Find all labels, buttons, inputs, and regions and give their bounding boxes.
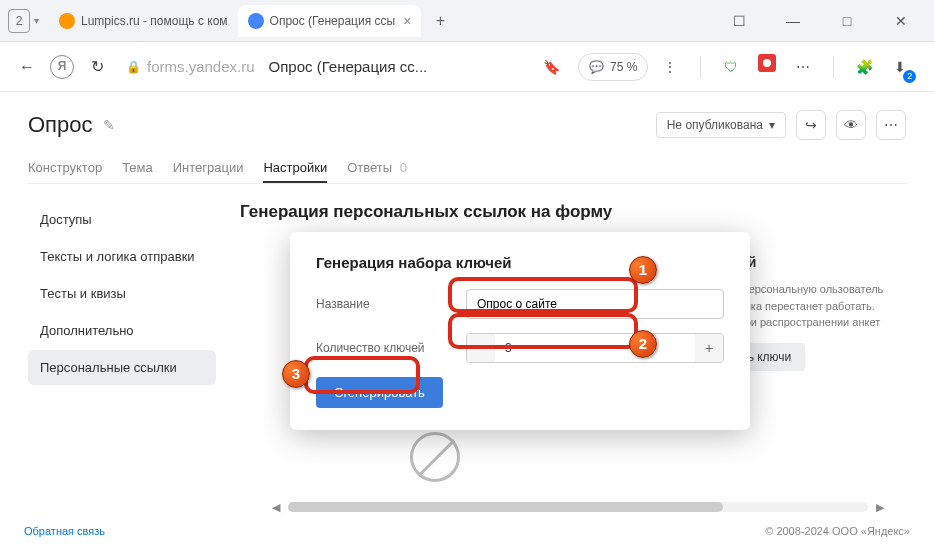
bookmark-icon[interactable]: 🔖 xyxy=(543,59,560,75)
address-field[interactable]: 🔒 forms.yandex.ru Опрос (Генерация сс...… xyxy=(120,49,560,85)
main-tabs: Конструктор Тема Интеграции Настройки От… xyxy=(28,154,906,184)
tab-label: Опрос (Генерация ссы xyxy=(270,14,396,28)
bookmark-bar-icon[interactable]: ☐ xyxy=(722,13,756,29)
tab-settings[interactable]: Настройки xyxy=(263,154,327,183)
separator xyxy=(700,56,701,78)
name-input[interactable] xyxy=(466,289,724,319)
browser-tab[interactable]: Lumpics.ru - помощь с ком xyxy=(49,5,238,37)
back-button[interactable]: ← xyxy=(12,52,42,82)
shield-icon[interactable]: 🛡 xyxy=(717,53,745,81)
close-window-icon[interactable]: ✕ xyxy=(884,13,918,29)
annotation-badge-1: 1 xyxy=(629,256,657,284)
section-title: Генерация персональных ссылок на форму xyxy=(240,202,906,222)
favicon-icon xyxy=(248,13,264,29)
scroll-right-icon[interactable]: ▶ xyxy=(876,501,884,514)
answers-count: 0 xyxy=(400,160,407,175)
tab-label: Lumpics.ru - помощь с ком xyxy=(81,14,228,28)
tab-constructor[interactable]: Конструктор xyxy=(28,154,102,183)
tab-answers[interactable]: Ответы 0 xyxy=(347,154,407,183)
copyright-text: © 2008-2024 ООО «Яндекс» xyxy=(765,525,910,537)
kebab-menu-icon[interactable]: ⋮ xyxy=(656,53,684,81)
edit-icon[interactable]: ✎ xyxy=(103,117,115,133)
page-footer: Обратная связь © 2008-2024 ООО «Яндекс» xyxy=(0,518,934,544)
zoom-value: 75 % xyxy=(610,60,637,74)
feedback-link[interactable]: Обратная связь xyxy=(24,525,105,537)
sidebar-item-personal-links[interactable]: Персональные ссылки xyxy=(28,350,216,385)
name-label: Название xyxy=(316,297,466,311)
annotation-badge-2: 2 xyxy=(629,330,657,358)
stepper-plus-button[interactable]: + xyxy=(695,334,723,362)
reload-button[interactable]: ↻ xyxy=(82,52,112,82)
generate-keys-modal: Генерация набора ключей Название Количес… xyxy=(290,232,750,430)
page-title: Опрос xyxy=(28,112,93,138)
modal-title: Генерация набора ключей xyxy=(316,254,724,271)
tab-integrations[interactable]: Интеграции xyxy=(173,154,244,183)
annotation-badge-3: 3 xyxy=(282,360,310,388)
share-icon[interactable]: ↪ xyxy=(796,110,826,140)
downloads-icon[interactable]: ⬇ xyxy=(886,53,914,81)
scroll-left-icon[interactable]: ◀ xyxy=(272,501,280,514)
url-domain: forms.yandex.ru xyxy=(147,58,255,75)
more-dots-icon[interactable]: ⋯ xyxy=(789,53,817,81)
close-icon[interactable]: × xyxy=(403,13,411,29)
quantity-stepper: − 3 + xyxy=(466,333,724,363)
yandex-home-icon[interactable]: Я xyxy=(50,55,74,79)
chevron-down-icon[interactable]: ▾ xyxy=(34,15,39,26)
favicon-icon xyxy=(59,13,75,29)
maximize-icon[interactable]: □ xyxy=(830,13,864,29)
eye-icon[interactable]: 👁 xyxy=(836,110,866,140)
comment-icon: 💬 xyxy=(589,60,604,74)
new-tab-button[interactable]: + xyxy=(427,8,453,34)
count-label: Количество ключей xyxy=(316,341,466,355)
zoom-indicator[interactable]: 💬 75 % xyxy=(578,53,648,81)
sidebar-item-additional[interactable]: Дополнительно xyxy=(28,313,216,348)
address-bar: ← Я ↻ 🔒 forms.yandex.ru Опрос (Генерация… xyxy=(0,42,934,92)
browser-titlebar: 2 ▾ Lumpics.ru - помощь с ком Опрос (Ген… xyxy=(0,0,934,42)
horizontal-scrollbar[interactable]: ◀ ▶ xyxy=(288,502,868,512)
prohibit-icon xyxy=(410,432,460,482)
settings-sidebar: Доступы Тексты и логика отправки Тесты и… xyxy=(28,202,216,502)
sidebar-item-texts[interactable]: Тексты и логика отправки xyxy=(28,239,216,274)
chevron-down-icon: ▾ xyxy=(769,118,775,132)
stepper-value[interactable]: 3 xyxy=(495,334,695,362)
minimize-icon[interactable]: — xyxy=(776,13,810,29)
extensions-icon[interactable]: 🧩 xyxy=(850,53,878,81)
publish-status-dropdown[interactable]: Не опубликована ▾ xyxy=(656,112,786,138)
tab-count-badge[interactable]: 2 xyxy=(8,9,30,33)
lock-icon: 🔒 xyxy=(126,60,141,74)
tab-answers-label: Ответы xyxy=(347,160,392,175)
sidebar-item-access[interactable]: Доступы xyxy=(28,202,216,237)
browser-tab-active[interactable]: Опрос (Генерация ссы × xyxy=(238,5,422,37)
more-icon[interactable]: ⋯ xyxy=(876,110,906,140)
separator xyxy=(833,56,834,78)
scrollbar-thumb[interactable] xyxy=(288,502,723,512)
publish-status-label: Не опубликована xyxy=(667,118,763,132)
generate-button[interactable]: Сгенерировать xyxy=(316,377,443,408)
sidebar-item-tests[interactable]: Тесты и квизы xyxy=(28,276,216,311)
url-page-title: Опрос (Генерация сс... xyxy=(269,58,543,75)
stepper-minus-button[interactable]: − xyxy=(467,334,495,362)
tab-theme[interactable]: Тема xyxy=(122,154,153,183)
ublock-icon[interactable] xyxy=(753,53,781,81)
